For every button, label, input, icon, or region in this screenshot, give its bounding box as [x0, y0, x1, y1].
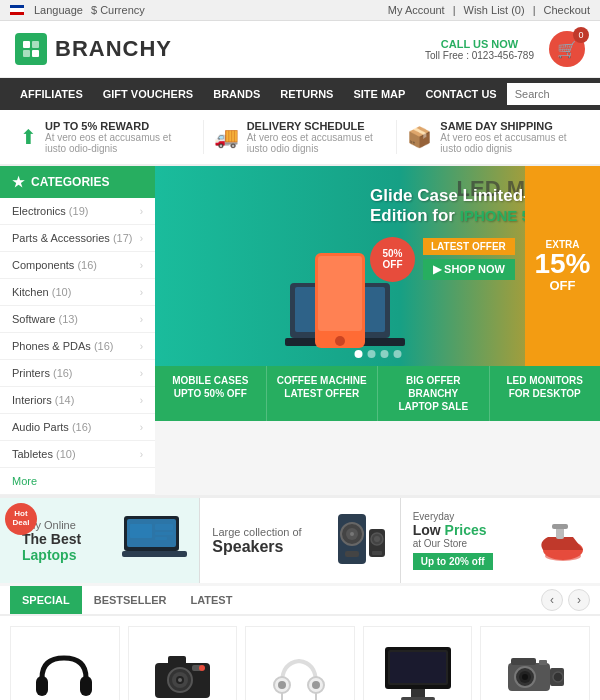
products-grid: Aliquam erat volutpat $122.00 $98.00 ★★★… — [0, 616, 600, 700]
svg-point-36 — [178, 678, 182, 682]
product-tabs: Special Bestseller Latest ‹ › — [0, 586, 600, 616]
feature-delivery: 🚚 DELIVERY SCHEDULE At vero eos et accus… — [204, 120, 398, 154]
laptop-visual — [122, 514, 187, 567]
search-input[interactable] — [507, 83, 600, 105]
svg-rect-3 — [32, 50, 39, 57]
checkout-link[interactable]: Checkout — [544, 4, 590, 16]
promo-row: HotDeal Buy Online The Best Laptops Larg… — [0, 495, 600, 583]
my-account-link[interactable]: My Account — [388, 4, 445, 16]
low-text: Low Prices — [413, 522, 493, 538]
cat-strip-coffee[interactable]: COFFEE MACHINE Latest Offer — [267, 366, 379, 421]
language-select[interactable]: Language — [34, 4, 83, 16]
sidebar-item-3[interactable]: Kitchen (10)› — [0, 279, 155, 306]
svg-point-43 — [312, 681, 320, 689]
cat-strip-mobile[interactable]: MOBILE CASES Upto 50% off — [155, 366, 267, 421]
hero-discount-badge: 50% OFF — [370, 237, 415, 282]
hero-extra-panel: EXTRA 15% OFF — [525, 166, 600, 366]
nav-item-returns[interactable]: Returns — [270, 78, 343, 110]
cart-button[interactable]: 🛒 0 — [549, 31, 585, 67]
tab-prev-button[interactable]: ‹ — [541, 589, 563, 611]
shipping-title: SAME DAY SHIPPING — [440, 120, 580, 132]
iron-visual — [528, 512, 588, 570]
tab-bestseller[interactable]: Bestseller — [82, 586, 179, 614]
nav-item-affiliates[interactable]: Affiliates — [10, 78, 93, 110]
discount-pct: 50% — [382, 248, 402, 259]
top-bar-left: Language $ Currency — [10, 4, 145, 16]
currency-select[interactable]: $ Currency — [91, 4, 145, 16]
tab-special[interactable]: Special — [10, 586, 82, 614]
nav-item-contact-us[interactable]: Contact Us — [415, 78, 506, 110]
hero-title-line2: Edition for — [370, 206, 460, 225]
reward-subtitle: At vero eos et accusamus et iusto odio-d… — [45, 132, 193, 154]
everyday-text: Everyday — [413, 511, 493, 522]
svg-point-42 — [278, 681, 286, 689]
call-us: CALL US NOW Toll Free : 0123-456-789 — [425, 38, 534, 61]
product-img-monitor — [372, 635, 464, 700]
sidebar-item-2[interactable]: Components (16)› — [0, 252, 155, 279]
delivery-subtitle: At vero eos et accusamus et iusto odio d… — [247, 132, 387, 154]
sidebar-item-4[interactable]: Software (13)› — [0, 306, 155, 333]
svg-rect-1 — [32, 41, 39, 48]
svg-rect-14 — [155, 524, 173, 530]
sidebar-item-9[interactable]: Tabletes (10)› — [0, 441, 155, 468]
sidebar-item-7[interactable]: Interiors (14)› — [0, 387, 155, 414]
hero-title-line1: Glide Case Limited- — [370, 186, 529, 205]
shop-now-button[interactable]: ▶ SHOP NOW — [423, 259, 515, 280]
sidebar: ★ CATEGORIES Electronics (19)›Parts & Ac… — [0, 166, 155, 495]
strip-title-3: BIG OFFER BRANCHY — [382, 374, 485, 400]
sidebar-item-8[interactable]: Audio Parts (16)› — [0, 414, 155, 441]
search-bar: SEARCH — [507, 83, 600, 105]
delivery-icon: 🚚 — [214, 125, 239, 149]
top-bar-right: My Account | Wish List (0) | Checkout — [388, 4, 590, 16]
dot-4[interactable] — [393, 350, 401, 358]
sidebar-item-1[interactable]: Parts & Accessories (17)› — [0, 225, 155, 252]
svg-rect-57 — [539, 660, 547, 665]
tab-latest[interactable]: Latest — [178, 586, 244, 614]
product-card-headphones[interactable]: Aliquam erat volutpat $122.00 $98.00 ★★★… — [10, 626, 120, 700]
header-right: CALL US NOW Toll Free : 0123-456-789 🛒 0 — [425, 31, 585, 67]
wishlist-link[interactable]: Wish List (0) — [464, 4, 525, 16]
svg-rect-25 — [372, 551, 382, 555]
sidebar-more[interactable]: More — [0, 468, 155, 495]
strip-sub-1: Upto 50% off — [159, 387, 262, 400]
nav-item-site-map[interactable]: Site Map — [343, 78, 415, 110]
promo-laptops[interactable]: HotDeal Buy Online The Best Laptops — [0, 498, 200, 583]
sidebar-item-0[interactable]: Electronics (19)› — [0, 198, 155, 225]
svg-rect-31 — [80, 676, 92, 696]
svg-point-54 — [522, 674, 528, 680]
strip-title-4: LED MONITORS — [494, 374, 597, 387]
product-img-camcorder — [489, 635, 581, 700]
extra-off: OFF — [550, 278, 576, 293]
cat-strip-led[interactable]: LED MONITORS for Desktop — [490, 366, 601, 421]
sidebar-title: CATEGORIES — [31, 175, 109, 189]
svg-rect-5 — [318, 256, 362, 331]
svg-rect-13 — [130, 524, 152, 538]
strip-title-1: MOBILE CASES — [159, 374, 262, 387]
shipping-icon: 📦 — [407, 125, 432, 149]
nav-item-brands[interactable]: Brands — [203, 78, 270, 110]
feature-shipping-text: SAME DAY SHIPPING At vero eos et accusam… — [440, 120, 580, 154]
sidebar-item-6[interactable]: Printers (16)› — [0, 360, 155, 387]
navbar: AffiliatesGift VouchersBrandsReturnsSite… — [0, 78, 600, 110]
svg-point-29 — [545, 551, 581, 561]
promo-speakers[interactable]: Large collection of Speakers — [200, 498, 400, 583]
header: BRANCHY CALL US NOW Toll Free : 0123-456… — [0, 21, 600, 78]
call-label: CALL US NOW — [425, 38, 534, 50]
shipping-subtitle: At vero eos et accusamus et iusto odio d… — [440, 132, 580, 154]
promo-prices[interactable]: Everyday Low Prices at Our Store Up to 2… — [401, 498, 600, 583]
sidebar-item-5[interactable]: Phones & PDAs (16)› — [0, 333, 155, 360]
product-img-camera — [137, 635, 229, 700]
product-img-headphones — [19, 635, 111, 700]
logo[interactable]: BRANCHY — [15, 33, 172, 65]
nav-item-gift-vouchers[interactable]: Gift Vouchers — [93, 78, 203, 110]
cat-strip-laptop[interactable]: BIG OFFER BRANCHY Laptop Sale — [378, 366, 490, 421]
product-card-camera[interactable]: Arcu vitae imperdiet $552.00 $146.00 ★★★… — [128, 626, 238, 700]
dot-3[interactable] — [380, 350, 388, 358]
hero-phone-image — [310, 253, 370, 366]
tab-next-button[interactable]: › — [568, 589, 590, 611]
product-card-camcorder[interactable]: Ectus arcu rhoncus $356.80 $152.00 ★★★★★ — [480, 626, 590, 700]
latest-offer-badge: LATEST OFFER — [423, 238, 515, 255]
product-card-monitor[interactable]: Donec semper sem nec $122.00 $110.00 ★★★… — [363, 626, 473, 700]
product-section: Special Bestseller Latest ‹ › Aliquam er… — [0, 586, 600, 700]
product-card-earphones[interactable]: Cum sociis natoque $172.40 $168.80 ★★★★★ — [245, 626, 355, 700]
